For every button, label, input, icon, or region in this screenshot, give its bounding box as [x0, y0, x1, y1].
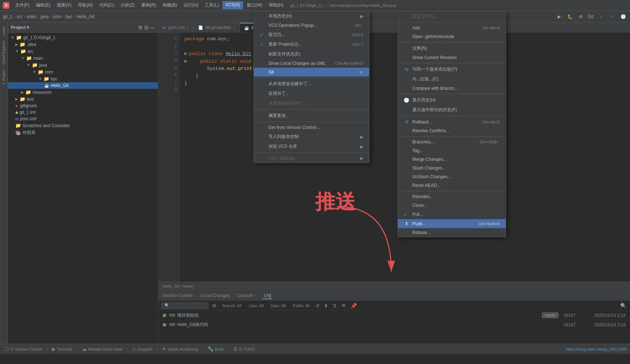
run-arrow-4[interactable]: ▶	[184, 58, 187, 64]
vc-eye-icon[interactable]: 👁	[341, 303, 347, 309]
vcs-menu-show-local-uml[interactable]: Show Local Changes as UML Ctrl+Alt+Shift…	[254, 59, 369, 68]
git-menu-compare-with[interactable]: 与...比较...(C)	[398, 74, 506, 84]
breadcrumb-git1[interactable]: git_1	[3, 14, 12, 19]
side-tab-learn[interactable]: Learn	[1, 24, 7, 38]
vc-filter-paths[interactable]: Paths: All	[291, 304, 312, 308]
tree-test[interactable]: ▶ 📁 test	[8, 96, 158, 102]
git-menu-branches[interactable]: Branches... Ctrl+Shift+`	[398, 138, 506, 146]
vc-settings-icon[interactable]: ⚙	[211, 303, 217, 309]
vcs-menu-apply-patch[interactable]: 应用补丁...	[254, 89, 369, 99]
vcs-menu-operations-popup[interactable]: VCS Operations Popup... Alt+`	[254, 21, 369, 30]
tree-idea[interactable]: ▶ 📁 .idea	[8, 41, 158, 48]
vcs-menu-import[interactable]: 导入到版本控制 ▶	[254, 132, 369, 142]
status-zeppelin[interactable]: ◇ Zeppelin	[130, 346, 155, 352]
panel-layout-icon[interactable]: ⊟	[144, 25, 149, 30]
editor-tab-pom[interactable]: m pom.xml ×	[158, 23, 194, 32]
menu-build[interactable]: 构建(B)	[160, 1, 180, 9]
run-arrow-3[interactable]: ▶	[184, 51, 187, 57]
git-menu-tag[interactable]: Tag...	[398, 146, 506, 155]
tree-root[interactable]: ▼ 📁 git_1 D:\Git\git_1	[8, 34, 158, 41]
git-menu-show-sel-history[interactable]: 显示选中部分的历史(F)	[398, 105, 506, 115]
tree-src[interactable]: ▼ 📁 src	[8, 48, 158, 55]
menu-run[interactable]: 运行(U)	[181, 1, 201, 9]
vcs-menu-local-history[interactable]: 本地历史(H) ▶	[254, 11, 369, 21]
tree-main[interactable]: ▼ 📁 main	[8, 55, 158, 62]
git-history[interactable]: 🕐	[619, 13, 627, 21]
breadcrumb-src[interactable]: src	[17, 14, 22, 19]
git-menu-merge[interactable]: Merge Changes...	[398, 155, 506, 164]
menu-tools[interactable]: 工具(L)	[202, 1, 222, 9]
menu-refactor[interactable]: 重构(R)	[138, 1, 159, 9]
breadcrumb-main[interactable]: main	[27, 14, 36, 19]
vc-sort-icon[interactable]: ⇅	[332, 303, 338, 309]
vc-search-input[interactable]	[161, 302, 208, 309]
vc-commit-2[interactable]: init: Hello_Git源代码 18147 2020/10/14 2:03	[158, 320, 630, 330]
tree-resources[interactable]: ▶ 📁 resources	[8, 89, 158, 96]
git-menu-pull[interactable]: ✓ Pull...	[398, 210, 506, 219]
git-menu-resolve[interactable]: Resolve Conflicts...	[398, 126, 506, 135]
vc-pin-icon[interactable]: 📌	[350, 303, 358, 309]
git-menu-add[interactable]: Add Ctrl+Alt+A	[398, 24, 506, 32]
run-button[interactable]: ▶	[555, 13, 563, 21]
tab-close-pom[interactable]: ×	[187, 25, 189, 30]
vc-refresh-icon[interactable]: ↺	[314, 303, 320, 309]
status-version-control[interactable]: ⬡ 9: Version Control	[3, 346, 44, 352]
tree-gitignore[interactable]: ● .gitignore	[8, 102, 158, 109]
git-menu-unstash[interactable]: UnStash Changes...	[398, 172, 506, 181]
git-menu-rebase[interactable]: Rebase...	[398, 228, 506, 237]
git-menu-compare-same[interactable]: ⇆ 与同一个版本库比较(Y)	[398, 64, 506, 74]
git-menu-show-history[interactable]: 🕐 显示历史(H)	[398, 95, 506, 105]
vc-filter-user[interactable]: User: All	[247, 304, 266, 308]
menu-navigate[interactable]: 导航(N)	[75, 1, 96, 9]
vcs-menu-refresh[interactable]: 刷新文件状态(E)	[254, 49, 369, 59]
menu-window[interactable]: 窗口(W)	[244, 1, 265, 9]
git-menu-clone[interactable]: Clone...	[398, 201, 506, 210]
vcs-menu-commit[interactable]: ✓ 提交(I)... Ctrl+K	[254, 30, 369, 39]
vcs-menu-get-from-vc[interactable]: Get from Version Control...	[254, 123, 369, 132]
vcs-menu-browse-repos[interactable]: 浏览 VCS 仓库 ▶	[254, 142, 369, 151]
panel-close-icon[interactable]: —	[150, 25, 155, 30]
vc-search-log-icon[interactable]: 🔍	[619, 303, 627, 309]
menu-view[interactable]: 视图(V)	[54, 1, 74, 9]
breadcrumb-byc[interactable]: byc	[66, 14, 72, 19]
menu-vcs[interactable]: VCS(S)	[222, 1, 243, 9]
vc-commit-1[interactable]: init: 项目初始化 master 18147 2020/10/14 2:14	[158, 311, 630, 320]
run-config[interactable]: ⚙	[577, 13, 585, 21]
status-alibaba[interactable]: ☁ Alibaba Cloud View	[80, 346, 125, 352]
tree-external[interactable]: 📚 外部库	[8, 129, 158, 137]
panel-gear-icon[interactable]: ⚙	[138, 25, 143, 30]
git-menu-annotate[interactable]: 注释(N)	[398, 43, 506, 53]
side-tab-cloud-explorer[interactable]: Cloud Explorer	[1, 38, 7, 67]
tree-pom[interactable]: m pom.xml	[8, 116, 158, 122]
tree-iml[interactable]: ◆ git_1.iml	[8, 109, 158, 116]
tree-byc[interactable]: ▼ 📁 byc	[8, 75, 158, 82]
git-menu-stash[interactable]: Stash Changes...	[398, 164, 506, 172]
status-build[interactable]: 🔧 Build	[205, 346, 226, 352]
status-todo[interactable]: ☰ 6: TODO	[231, 346, 257, 352]
status-spark[interactable]: ✦ Spark monitoring	[160, 346, 200, 352]
menu-code[interactable]: 代码(C)	[96, 1, 117, 9]
vc-tab-console[interactable]: Console×	[235, 292, 258, 299]
git-menu-open-gitinfo[interactable]: Open .git/info/exclude	[398, 32, 506, 41]
vcs-menu-update[interactable]: ✓ 更新 Project(U)... Ctrl+T	[254, 39, 369, 49]
tab-close-db[interactable]: ×	[233, 25, 235, 30]
vc-filter-branch[interactable]: Branch: All	[220, 304, 244, 308]
git-check[interactable]: ✓	[597, 13, 605, 21]
vc-fetch-icon[interactable]: ⬇	[323, 303, 329, 309]
vcs-menu-shelve[interactable]: 搁置更改...	[254, 111, 369, 121]
vc-tab-log[interactable]: Log	[262, 292, 272, 299]
tree-scratches[interactable]: 📁 Scratches and Consoles	[8, 122, 158, 129]
menu-edit[interactable]: 编辑(E)	[33, 1, 53, 9]
tree-java[interactable]: ▼ 📁 java	[8, 62, 158, 68]
side-tab-project[interactable]: 1: Project	[1, 67, 7, 87]
git-menu-rollback[interactable]: ↺ Rollback... Ctrl+Alt+Z	[398, 117, 506, 126]
git-menu-show-current-rev[interactable]: Show Current Revision	[398, 53, 506, 62]
vc-console-close[interactable]: ×	[254, 294, 256, 298]
git-menu-reset-head[interactable]: Reset HEAD...	[398, 181, 506, 190]
vc-tab-local-changes[interactable]: Local Changes	[199, 292, 231, 299]
breadcrumb-java[interactable]: java	[41, 14, 49, 19]
breadcrumb-com[interactable]: com	[53, 14, 61, 19]
vc-filter-date[interactable]: Date: All	[269, 304, 288, 308]
git-menu-remotes[interactable]: Remotes...	[398, 192, 506, 201]
menu-file[interactable]: 文件(F)	[12, 1, 32, 9]
